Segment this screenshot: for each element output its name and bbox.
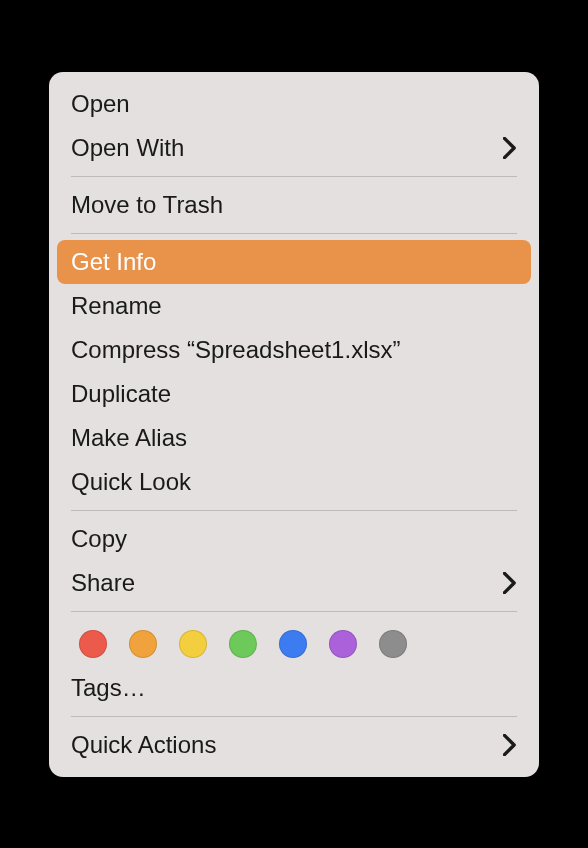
menu-item-label: Compress “Spreadsheet1.xlsx” xyxy=(71,336,400,364)
menu-divider xyxy=(71,716,517,717)
tag-color-yellow[interactable] xyxy=(179,630,207,658)
menu-item-tags[interactable]: Tags… xyxy=(49,666,539,710)
menu-item-label: Make Alias xyxy=(71,424,187,452)
menu-divider xyxy=(71,176,517,177)
tag-color-gray[interactable] xyxy=(379,630,407,658)
menu-item-label: Copy xyxy=(71,525,127,553)
menu-divider xyxy=(71,611,517,612)
tag-color-green[interactable] xyxy=(229,630,257,658)
tags-color-row xyxy=(49,618,539,666)
menu-item-rename[interactable]: Rename xyxy=(49,284,539,328)
menu-item-label: Quick Actions xyxy=(71,731,216,759)
menu-item-label: Duplicate xyxy=(71,380,171,408)
menu-item-label: Rename xyxy=(71,292,162,320)
context-menu: Open Open With Move to Trash Get Info Re… xyxy=(49,72,539,777)
menu-item-make-alias[interactable]: Make Alias xyxy=(49,416,539,460)
menu-item-quick-look[interactable]: Quick Look xyxy=(49,460,539,504)
menu-item-label: Open With xyxy=(71,134,184,162)
menu-item-move-to-trash[interactable]: Move to Trash xyxy=(49,183,539,227)
tag-color-orange[interactable] xyxy=(129,630,157,658)
menu-item-open-with[interactable]: Open With xyxy=(49,126,539,170)
menu-item-get-info[interactable]: Get Info xyxy=(57,240,531,284)
chevron-right-icon xyxy=(503,137,517,159)
menu-item-copy[interactable]: Copy xyxy=(49,517,539,561)
menu-item-compress[interactable]: Compress “Spreadsheet1.xlsx” xyxy=(49,328,539,372)
tag-color-red[interactable] xyxy=(79,630,107,658)
tag-color-blue[interactable] xyxy=(279,630,307,658)
menu-item-label: Get Info xyxy=(71,248,156,276)
menu-item-label: Share xyxy=(71,569,135,597)
menu-item-label: Tags… xyxy=(71,674,146,702)
menu-item-duplicate[interactable]: Duplicate xyxy=(49,372,539,416)
menu-item-label: Move to Trash xyxy=(71,191,223,219)
menu-divider xyxy=(71,510,517,511)
chevron-right-icon xyxy=(503,572,517,594)
chevron-right-icon xyxy=(503,734,517,756)
menu-divider xyxy=(71,233,517,234)
tag-color-purple[interactable] xyxy=(329,630,357,658)
menu-item-quick-actions[interactable]: Quick Actions xyxy=(49,723,539,767)
menu-item-label: Quick Look xyxy=(71,468,191,496)
menu-item-label: Open xyxy=(71,90,130,118)
menu-item-open[interactable]: Open xyxy=(49,82,539,126)
menu-item-share[interactable]: Share xyxy=(49,561,539,605)
